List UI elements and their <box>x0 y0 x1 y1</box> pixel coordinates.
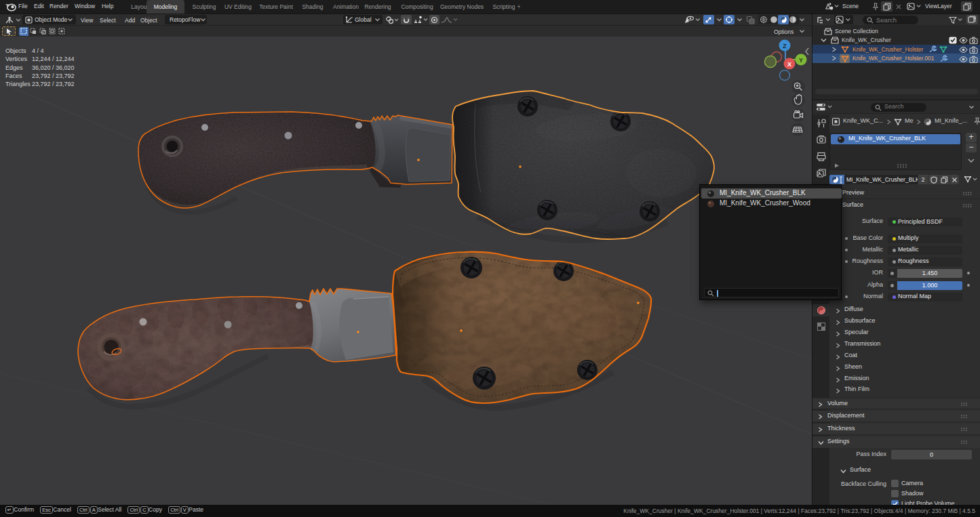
svg-text:X: X <box>787 61 791 68</box>
svg-text:Z: Z <box>783 43 787 49</box>
svg-text:Triangles: Triangles <box>5 81 31 87</box>
svg-text:23,792 / 23,792: 23,792 / 23,792 <box>32 73 75 79</box>
svg-text:12,244 / 12,244: 12,244 / 12,244 <box>32 56 75 62</box>
svg-text:Y: Y <box>799 57 803 64</box>
svg-text:Edges: Edges <box>5 64 23 71</box>
svg-text:Faces: Faces <box>5 73 22 79</box>
svg-text:4 / 4: 4 / 4 <box>32 47 44 54</box>
svg-text:23,792 / 23,792: 23,792 / 23,792 <box>32 81 75 87</box>
svg-text:Vertices: Vertices <box>5 56 28 62</box>
svg-text:36,020 / 36,020: 36,020 / 36,020 <box>32 64 75 71</box>
svg-text:Objects: Objects <box>5 47 26 54</box>
